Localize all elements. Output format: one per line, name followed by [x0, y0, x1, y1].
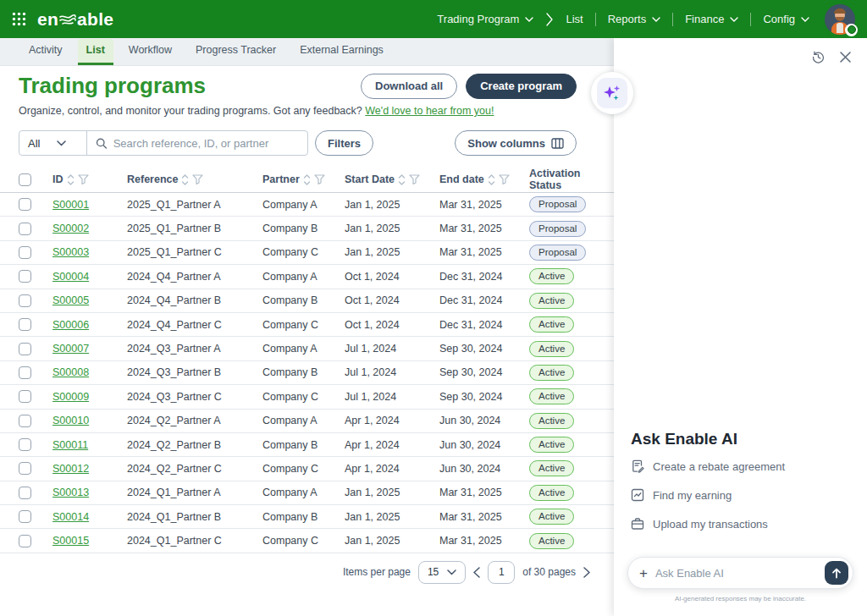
row-checkbox[interactable]	[19, 415, 31, 427]
scope-dropdown[interactable]: All	[19, 131, 87, 155]
ai-option-label: Create a rebate agreement	[653, 460, 785, 473]
create-program-button[interactable]: Create program	[466, 74, 577, 99]
row-checkbox[interactable]	[19, 270, 31, 283]
filters-button[interactable]: Filters	[315, 130, 373, 156]
row-id-link[interactable]: S00005	[52, 294, 89, 306]
sort-icon[interactable]	[181, 174, 189, 185]
sort-icon[interactable]	[398, 174, 406, 185]
row-id-link[interactable]: S00014	[52, 511, 89, 523]
sort-icon[interactable]	[488, 174, 495, 185]
filter-funnel-icon[interactable]	[314, 174, 325, 184]
row-checkbox[interactable]	[19, 198, 31, 211]
row-id-link[interactable]: S00003	[52, 246, 89, 258]
ai-option-upload-my-transactions[interactable]: Upload my transactions	[614, 509, 867, 538]
table-row[interactable]: S00002 2025_Q1_Partner B Company B Jan 1…	[0, 217, 614, 240]
tab-progress-tracker[interactable]: Progress Tracker	[187, 39, 284, 65]
row-checkbox[interactable]	[19, 462, 31, 475]
ai-option-create-rebate-agreement[interactable]: Create a rebate agreement	[614, 452, 867, 481]
nav-trading-program[interactable]: Trading Program	[437, 13, 533, 25]
previous-page-button[interactable]	[473, 567, 480, 578]
table-row[interactable]: S00010 2024_Q2_Partner A Company A Apr 1…	[0, 410, 614, 433]
row-id-link[interactable]: S00007	[52, 343, 89, 355]
status-badge: Active	[529, 533, 574, 549]
row-start-date: Apr 1, 2024	[345, 415, 439, 426]
row-checkbox[interactable]	[19, 390, 31, 403]
row-checkbox[interactable]	[19, 223, 31, 235]
row-id-link[interactable]: S00013	[52, 487, 89, 498]
table-row[interactable]: S00014 2024_Q1_Partner B Company B Jan 1…	[0, 505, 614, 529]
column-header-id[interactable]: ID	[52, 173, 64, 185]
table-row[interactable]: S00001 2025_Q1_Partner A Company A Jan 1…	[0, 193, 614, 217]
tab-activity[interactable]: Activity	[20, 39, 71, 65]
table-row[interactable]: S00004 2024_Q4_Partner A Company A Oct 1…	[0, 265, 614, 289]
select-all-checkbox[interactable]	[19, 173, 31, 186]
row-id-link[interactable]: S00011	[52, 439, 88, 451]
table-row[interactable]: S00007 2024_Q3_Partner A Company A Jul 1…	[0, 337, 614, 360]
row-checkbox[interactable]	[19, 366, 31, 379]
nav-list[interactable]: List	[566, 13, 583, 25]
nav-finance[interactable]: Finance	[685, 13, 738, 25]
row-checkbox[interactable]	[19, 438, 31, 451]
table-row[interactable]: S00006 2024_Q4_Partner C Company C Oct 1…	[0, 313, 614, 337]
row-id-link[interactable]: S00002	[52, 223, 89, 234]
row-checkbox[interactable]	[19, 487, 31, 499]
table-body: S00001 2025_Q1_Partner A Company A Jan 1…	[0, 193, 614, 553]
column-header-reference[interactable]: Reference	[127, 173, 178, 185]
send-button[interactable]	[825, 561, 848, 585]
table-row[interactable]: S00003 2025_Q1_Partner C Company C Jan 1…	[0, 241, 614, 265]
row-id-link[interactable]: S00010	[52, 415, 89, 426]
table-row[interactable]: S00009 2024_Q3_Partner C Company C Jul 1…	[0, 385, 614, 409]
row-id-link[interactable]: S00004	[52, 271, 89, 283]
table-row[interactable]: S00015 2024_Q1_Partner C Company C Jan 1…	[0, 529, 614, 553]
row-checkbox[interactable]	[19, 246, 31, 259]
tab-external-earnings[interactable]: External Earnings	[291, 39, 392, 65]
items-per-page-select[interactable]: 15	[418, 561, 466, 584]
table-row[interactable]: S00005 2024_Q4_Partner B Company B Oct 1…	[0, 289, 614, 313]
table-row[interactable]: S00012 2024_Q2_Partner C Company C Apr 1…	[0, 457, 614, 481]
filter-funnel-icon[interactable]	[78, 174, 89, 184]
column-header-start-date[interactable]: Start Date	[345, 173, 395, 185]
row-start-date: Jul 1, 2024	[345, 343, 439, 355]
page-number-input[interactable]	[488, 561, 515, 584]
app-grid-icon[interactable]	[12, 12, 26, 26]
table-row[interactable]: S00013 2024_Q1_Partner A Company A Jan 1…	[0, 481, 614, 505]
tab-list[interactable]: List	[78, 39, 113, 65]
download-all-button[interactable]: Download all	[361, 74, 457, 99]
search-input[interactable]	[113, 137, 299, 150]
ai-option-find-my-earning[interactable]: Find my earning	[614, 481, 867, 509]
close-panel-button[interactable]	[839, 51, 852, 63]
show-columns-button[interactable]: Show columns	[455, 130, 577, 156]
row-id-link[interactable]: S00008	[52, 366, 89, 378]
row-id-link[interactable]: S00009	[52, 391, 89, 403]
row-checkbox[interactable]	[19, 294, 31, 307]
row-id-link[interactable]: S00015	[52, 535, 89, 547]
column-header-end-date[interactable]: End date	[439, 173, 484, 185]
table-row[interactable]: S00011 2024_Q2_Partner B Company B Apr 1…	[0, 433, 614, 457]
sort-icon[interactable]	[67, 174, 75, 185]
tab-workflow[interactable]: Workflow	[120, 39, 180, 65]
filter-funnel-icon[interactable]	[499, 174, 510, 184]
ai-assistant-fab[interactable]	[591, 72, 633, 114]
row-end-date: Dec 31, 2024	[439, 294, 529, 306]
filter-funnel-icon[interactable]	[192, 174, 203, 184]
feedback-link[interactable]: We'd love to hear from you!	[365, 105, 494, 117]
row-checkbox[interactable]	[19, 343, 31, 355]
row-checkbox[interactable]	[19, 318, 31, 331]
ai-prompt-input[interactable]	[655, 567, 825, 580]
filter-funnel-icon[interactable]	[409, 174, 420, 184]
next-page-button[interactable]	[583, 567, 590, 578]
row-checkbox[interactable]	[19, 510, 31, 523]
row-id-link[interactable]: S00001	[52, 199, 89, 211]
table-row[interactable]: S00008 2024_Q3_Partner B Company B Jul 1…	[0, 361, 614, 385]
user-avatar[interactable]	[825, 4, 855, 35]
nav-reports[interactable]: Reports	[608, 13, 661, 25]
history-button[interactable]	[811, 50, 826, 64]
row-id-link[interactable]: S00012	[52, 463, 89, 475]
sort-icon[interactable]	[303, 174, 311, 185]
row-id-link[interactable]: S00006	[52, 319, 89, 331]
nav-config[interactable]: Config	[763, 13, 809, 25]
ai-input-bar: +	[627, 557, 853, 589]
attach-plus-icon[interactable]: +	[639, 566, 648, 580]
row-checkbox[interactable]	[19, 535, 31, 547]
column-header-partner[interactable]: Partner	[262, 173, 300, 185]
